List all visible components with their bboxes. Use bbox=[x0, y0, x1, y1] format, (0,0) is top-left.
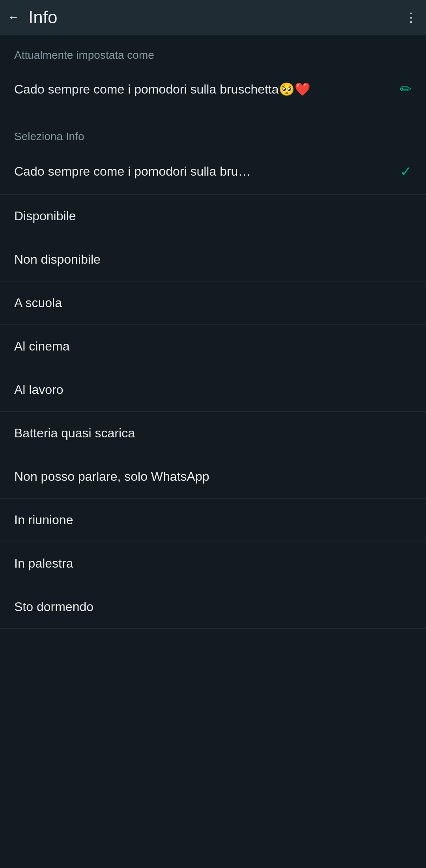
list-item-text: In palestra bbox=[14, 556, 73, 571]
list-item-text: Sto dormendo bbox=[14, 600, 93, 614]
current-section-label: Attualmente impostata come bbox=[0, 35, 426, 68]
select-info-section: Seleziona Info Cado sempre come i pomodo… bbox=[0, 116, 426, 629]
list-item-text: Al cinema bbox=[14, 339, 70, 354]
list-item-text: A scuola bbox=[14, 296, 62, 310]
current-info-section: Attualmente impostata come Cado sempre c… bbox=[0, 35, 426, 116]
header-left: ← Info bbox=[8, 7, 57, 27]
list-item-text: Non disponibile bbox=[14, 252, 101, 267]
current-info-row: Cado sempre come i pomodori sulla brusch… bbox=[14, 76, 412, 103]
list-item[interactable]: In riunione bbox=[0, 499, 426, 542]
list-item[interactable]: Cado sempre come i pomodori sulla bru… ✓ bbox=[0, 149, 426, 195]
list-item[interactable]: Al cinema bbox=[0, 325, 426, 368]
back-button[interactable]: ← bbox=[8, 11, 19, 24]
list-item-text: Disponibile bbox=[14, 209, 76, 223]
list-item[interactable]: In palestra bbox=[0, 542, 426, 585]
more-options-button[interactable]: ⋮ bbox=[405, 10, 418, 25]
check-icon: ✓ bbox=[400, 163, 412, 180]
list-item[interactable]: Batteria quasi scarica bbox=[0, 412, 426, 455]
list-item[interactable]: Non posso parlare, solo WhatsApp bbox=[0, 455, 426, 499]
list-item-text: In riunione bbox=[14, 513, 73, 527]
list-item-text: Non posso parlare, solo WhatsApp bbox=[14, 469, 209, 484]
list-item[interactable]: Al lavoro bbox=[0, 368, 426, 412]
list-item-text: Cado sempre come i pomodori sulla bru… bbox=[14, 164, 250, 179]
edit-icon[interactable]: ✏ bbox=[400, 81, 412, 97]
list-item[interactable]: A scuola bbox=[0, 281, 426, 325]
list-item-text: Batteria quasi scarica bbox=[14, 426, 135, 441]
list-item-text: Al lavoro bbox=[14, 382, 64, 397]
current-info-text: Cado sempre come i pomodori sulla brusch… bbox=[14, 81, 400, 98]
page-title: Info bbox=[28, 7, 57, 27]
list-item[interactable]: Disponibile bbox=[0, 195, 426, 238]
select-section-label: Seleziona Info bbox=[0, 116, 426, 149]
header: ← Info ⋮ bbox=[0, 0, 426, 35]
list-item[interactable]: Sto dormendo bbox=[0, 585, 426, 629]
list-item[interactable]: Non disponibile bbox=[0, 238, 426, 281]
